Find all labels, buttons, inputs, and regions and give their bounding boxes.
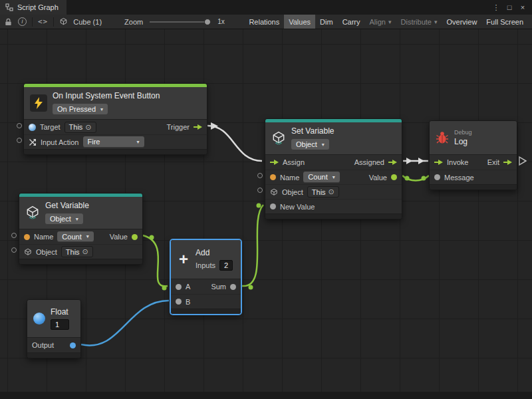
variable-name-dropdown[interactable]: Count xyxy=(303,172,339,183)
node-add[interactable]: + Add Inputs 2 A Sum xyxy=(170,239,241,315)
debug-bug-icon xyxy=(436,130,449,145)
object-this-chip[interactable]: This ⊙ xyxy=(307,186,339,198)
node-on-input-system-event-button[interactable]: On Input System Event Button On Pressed … xyxy=(23,83,207,155)
wire-float-b[interactable] xyxy=(81,301,169,345)
node-footer xyxy=(171,309,241,314)
port-a-in[interactable] xyxy=(176,284,182,290)
variable-kind-dropdown[interactable]: Object xyxy=(291,139,329,150)
name-port-label: Name xyxy=(34,233,53,241)
port-value-out[interactable] xyxy=(391,174,397,180)
input-action-dropdown[interactable]: Fire xyxy=(83,136,144,148)
info-icon[interactable]: i xyxy=(18,17,27,26)
tab-script-graph[interactable]: Script Graph xyxy=(0,0,66,15)
port-exit-out[interactable] xyxy=(503,159,512,166)
inputs-count-field[interactable]: 2 xyxy=(219,260,233,271)
graph-canvas[interactable]: On Input System Event Button On Pressed … xyxy=(0,29,532,399)
external-port-set-object[interactable] xyxy=(257,188,263,193)
port-value-out[interactable] xyxy=(132,234,138,240)
wire-endpoint-dot xyxy=(405,176,410,181)
port-new-value-in[interactable] xyxy=(270,203,276,209)
overview-button[interactable]: Overview xyxy=(442,15,482,29)
event-mode-dropdown[interactable]: On Pressed xyxy=(53,104,108,115)
collapse-icon[interactable]: <> xyxy=(38,17,48,26)
port-b-in[interactable] xyxy=(176,299,182,305)
float-value-field[interactable]: 1 xyxy=(51,319,69,330)
b-row: B xyxy=(171,294,241,309)
port-trigger-out[interactable] xyxy=(194,124,202,130)
port-message-in[interactable] xyxy=(434,174,440,180)
zoom-slider-knob[interactable] xyxy=(204,19,211,25)
align-button[interactable]: Align xyxy=(365,15,396,29)
dim-button[interactable]: Dim xyxy=(315,15,338,29)
wire-getvalue-a[interactable] xyxy=(143,235,168,286)
node-set-variable[interactable]: <> Set Variable Object Assign Assigned xyxy=(265,118,402,219)
external-port-target[interactable] xyxy=(17,123,22,128)
port-invoke-in[interactable] xyxy=(434,159,443,166)
node-float[interactable]: Float 1 Output xyxy=(27,299,81,358)
message-port-label: Message xyxy=(444,174,474,182)
relations-button[interactable]: Relations xyxy=(244,15,284,29)
carry-button[interactable]: Carry xyxy=(338,15,365,29)
zoom-label: Zoom xyxy=(124,18,143,26)
port-sum-out[interactable] xyxy=(230,284,236,290)
port-output-out[interactable] xyxy=(70,342,76,348)
target-this-chip[interactable]: This ⊙ xyxy=(65,122,96,133)
node-title: Add xyxy=(196,248,209,257)
output-port-label: Output xyxy=(32,341,54,349)
assign-row: Assign Assigned xyxy=(265,155,402,170)
message-row: Message xyxy=(430,170,517,184)
wire-sum-newvalue[interactable] xyxy=(242,205,263,286)
a-row: A Sum xyxy=(171,279,241,294)
node-get-variable[interactable]: <> Get Variable Object Name Count Value xyxy=(19,193,143,265)
script-graph-window: Script Graph ⋮ □ × i <> Cube (1) Zoom 1x… xyxy=(0,0,532,399)
chip-value: This xyxy=(66,248,80,256)
variable-name-dropdown[interactable]: Count xyxy=(57,231,93,243)
name-port-label: Name xyxy=(280,174,299,182)
maximize-icon[interactable]: □ xyxy=(504,3,515,11)
port-assigned-out[interactable] xyxy=(388,159,397,166)
node-footer xyxy=(27,352,80,358)
self-target-icon: ⊙ xyxy=(329,188,334,196)
exit-offscreen-arrow[interactable] xyxy=(519,157,526,165)
external-port-set-name[interactable] xyxy=(257,173,263,178)
variable-kind-dropdown[interactable]: Object xyxy=(45,213,83,225)
external-port-get-name[interactable] xyxy=(11,233,17,238)
object-cube-icon xyxy=(270,188,278,196)
toolbar-separator xyxy=(53,17,54,27)
tab-title: Script Graph xyxy=(17,3,59,11)
full-screen-button[interactable]: Full Screen xyxy=(481,15,528,29)
zoom-slider[interactable] xyxy=(150,21,211,23)
node-title: Get Variable xyxy=(45,201,89,210)
menu-icon[interactable]: ⋮ xyxy=(491,3,501,12)
node-debug-log[interactable]: Debug Log Invoke Exit Message xyxy=(429,120,517,190)
port-name-in[interactable] xyxy=(24,234,30,240)
object-this-chip[interactable]: This ⊙ xyxy=(61,246,93,257)
node-footer xyxy=(24,149,207,154)
input-action-row: Input Action Fire xyxy=(24,134,207,149)
wire-value-message[interactable] xyxy=(402,176,429,181)
toolbar-separator xyxy=(32,17,33,27)
name-row: Name Count Value xyxy=(265,170,402,184)
external-port-input-action[interactable] xyxy=(17,138,22,143)
close-icon[interactable]: × xyxy=(517,3,528,11)
variable-cube-icon: <> xyxy=(25,205,40,220)
a-port-label: A xyxy=(186,283,190,291)
external-port-get-object[interactable] xyxy=(11,247,17,253)
port-name-in[interactable] xyxy=(270,174,276,180)
script-graph-icon xyxy=(5,3,13,11)
values-button[interactable]: Values xyxy=(284,15,315,29)
wire-endpoint-dot xyxy=(249,285,253,290)
wire-flow-arrowhead xyxy=(406,158,412,164)
wire-trigger-assign[interactable] xyxy=(207,126,262,161)
assigned-port-label: Assigned xyxy=(354,158,384,166)
distribute-button[interactable]: Distribute xyxy=(396,15,442,29)
input-action-icon xyxy=(29,138,37,146)
node-title: Float xyxy=(51,307,68,317)
port-assign-in[interactable] xyxy=(270,159,279,166)
node-title: Set Variable xyxy=(291,126,334,136)
add-plus-icon: + xyxy=(177,252,190,267)
trigger-port-label: Trigger xyxy=(167,123,190,131)
object-port-label: Object xyxy=(36,248,57,256)
graph-target-label[interactable]: Cube (1) xyxy=(73,18,102,26)
lock-icon[interactable] xyxy=(4,17,13,27)
